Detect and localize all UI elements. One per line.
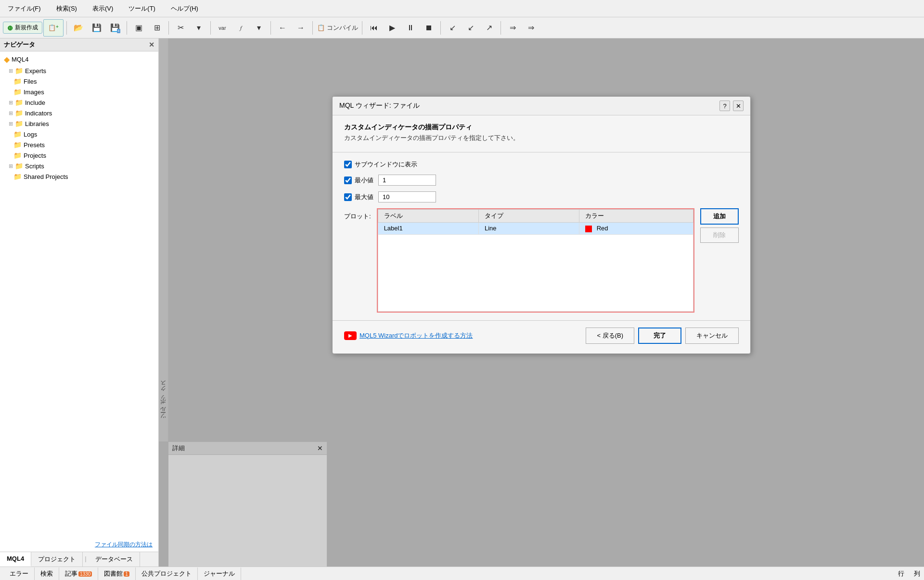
include-folder-icon: 📁 [15, 99, 23, 106]
min-checkbox-label[interactable]: 最小値 [344, 176, 373, 185]
subwindow-label: サブウインドウに表示 [355, 160, 417, 169]
max-checkbox[interactable] [344, 193, 352, 201]
sidebar-item-libraries[interactable]: ⊞ 📁 Libraries [0, 118, 158, 129]
stop-button[interactable]: ⏹ [420, 19, 437, 37]
var-button[interactable]: var [214, 19, 231, 37]
nav-tab-sep: | [83, 552, 88, 567]
menu-search[interactable]: 検索(S) [52, 2, 81, 15]
libraries-label: Libraries [25, 120, 49, 127]
min-label: 最小値 [355, 176, 373, 185]
finish-button[interactable]: 完了 [638, 328, 681, 344]
sidebar-item-shared-projects[interactable]: 📁 Shared Projects [0, 171, 158, 182]
proj-new-button[interactable]: 📋+ [43, 19, 64, 37]
sidebar-item-experts[interactable]: ⊞ 📁 Experts [0, 65, 158, 76]
nav-tab-project[interactable]: プロジェクト [31, 552, 83, 567]
status-tab-articles[interactable]: 記事1330 [59, 567, 98, 580]
menu-file[interactable]: ファイル(F) [4, 2, 45, 15]
step-out-button[interactable]: ↗ [480, 19, 498, 37]
plot-row-color: Red [579, 223, 693, 235]
delete-plot-button[interactable]: 削除 [700, 227, 739, 243]
toolbar-sep-4 [210, 21, 211, 35]
logs-folder-icon: 📁 [13, 130, 22, 138]
dialog-close-button[interactable]: ✕ [733, 101, 744, 111]
plot-table: ラベル タイプ カラー Label1 Line [378, 209, 693, 312]
sidebar-item-projects[interactable]: 📁 Projects [0, 150, 158, 161]
sidebar-item-presets[interactable]: 📁 Presets [0, 139, 158, 150]
indicators-expand-icon: ⊞ [9, 110, 13, 116]
libraries-expand-icon: ⊞ [9, 121, 13, 127]
view-mode-button[interactable]: ▣ [130, 19, 147, 37]
func-button[interactable]: 𝑓 [232, 19, 249, 37]
new-button[interactable]: ⊕ 新規作成 [3, 22, 42, 34]
min-checkbox[interactable] [344, 177, 352, 184]
wizard-video-link[interactable]: ▶ MQL5 Wizardでロボットを作成する方法 [344, 331, 473, 340]
toolbar: ⊕ 新規作成 📋+ 📂 💾 💾 + ▣ ⊞ ✂ ▾ var 𝑓 ▾ ← → 📋 … [0, 17, 924, 38]
sidebar-item-logs[interactable]: 📁 Logs [0, 129, 158, 139]
forward-button[interactable]: → [292, 19, 309, 37]
status-tab-error[interactable]: エラー [4, 567, 35, 580]
start-prev-button[interactable]: ⏮ [365, 19, 383, 37]
navigator-close-button[interactable]: ✕ [149, 41, 154, 49]
sidebar-item-scripts[interactable]: ⊞ 📁 Scripts [0, 161, 158, 171]
plot-table-area: ラベル タイプ カラー Label1 Line [377, 208, 694, 313]
step-into-button[interactable]: ↙ [462, 19, 479, 37]
add-plot-button[interactable]: 追加 [700, 208, 739, 225]
step-over-button[interactable]: ↙ [444, 19, 461, 37]
back-button[interactable]: < 戻る(B) [586, 328, 634, 344]
edit-dropdown-button[interactable]: ▾ [190, 19, 207, 37]
toolbar-sep-6 [312, 21, 313, 35]
arrow-right2-button[interactable]: ⇒ [522, 19, 539, 37]
articles-badge: 1330 [78, 571, 92, 577]
status-tab-journal[interactable]: ジャーナル [198, 567, 241, 580]
content-area: ツールボックス 詳細 ✕ MQL ウィザード: ファイル ? ✕ [159, 38, 924, 567]
mql4-root-label: MQL4 [12, 56, 28, 63]
status-tab-search[interactable]: 検索 [35, 567, 59, 580]
tree-root-mql4[interactable]: ◆ MQL4 [0, 53, 158, 65]
play-button[interactable]: ▶ [384, 19, 401, 37]
view-mode2-button[interactable]: ⊞ [148, 19, 166, 37]
include-label: Include [25, 99, 45, 106]
row-label: 行 [898, 569, 904, 578]
statusbar: エラー 検索 記事1330 図書館1 公共プロジェクト ジャーナル 行 列 [0, 567, 924, 580]
dialog-help-button[interactable]: ? [719, 101, 730, 111]
open-button[interactable]: 📂 [70, 19, 87, 37]
arrow-right-button[interactable]: ⇒ [504, 19, 521, 37]
sidebar-item-indicators[interactable]: ⊞ 📁 Indicators [0, 108, 158, 118]
back-button[interactable]: ← [274, 19, 291, 37]
cancel-button[interactable]: キャンセル [685, 328, 739, 344]
nav-tab-database[interactable]: データベース [89, 552, 140, 567]
sidebar-item-images[interactable]: 📁 Images [0, 87, 158, 97]
subwindow-checkbox-label[interactable]: サブウインドウに表示 [344, 160, 417, 169]
wizard-link-text: MQL5 Wizardでロボットを作成する方法 [359, 331, 473, 340]
plus-icon: ⊕ [7, 24, 13, 32]
save-all-badge: + [117, 29, 120, 33]
func-dropdown-button[interactable]: ▾ [250, 19, 268, 37]
menu-tools[interactable]: ツール(T) [125, 2, 159, 15]
col-label: 列 [914, 569, 920, 578]
sidebar-item-files[interactable]: 📁 Files [0, 76, 158, 87]
status-tab-library[interactable]: 図書館1 [98, 567, 136, 580]
compile-icon: 📋 [317, 24, 325, 31]
menu-view[interactable]: 表示(V) [89, 2, 117, 15]
save-all-button[interactable]: 💾 + [106, 19, 124, 37]
compile-label: コンパイル [327, 24, 358, 32]
max-value-input[interactable] [378, 191, 436, 202]
sync-link[interactable]: ファイル同期の方法は [0, 538, 158, 552]
toolbar-sep-9 [500, 21, 501, 35]
table-row[interactable]: Label1 Line Red [378, 223, 693, 235]
mql4-root-icon: ◆ [4, 55, 10, 64]
menu-help[interactable]: ヘルプ(H) [167, 2, 202, 15]
proj-icon: 📋+ [48, 24, 59, 31]
subwindow-row: サブウインドウに表示 [344, 160, 739, 169]
edit-button[interactable]: ✂ [172, 19, 189, 37]
pause-button[interactable]: ⏸ [402, 19, 419, 37]
sidebar-item-include[interactable]: ⊞ 📁 Include [0, 97, 158, 108]
max-checkbox-label[interactable]: 最大値 [344, 193, 373, 202]
nav-tab-mql4[interactable]: MQL4 [0, 552, 31, 567]
compile-button[interactable]: 📋 コンパイル [316, 19, 359, 37]
subwindow-checkbox[interactable] [344, 161, 352, 168]
min-value-input[interactable] [378, 175, 436, 186]
shared-projects-label: Shared Projects [24, 173, 68, 180]
save-button[interactable]: 💾 [88, 19, 105, 37]
status-tab-public[interactable]: 公共プロジェクト [136, 567, 198, 580]
